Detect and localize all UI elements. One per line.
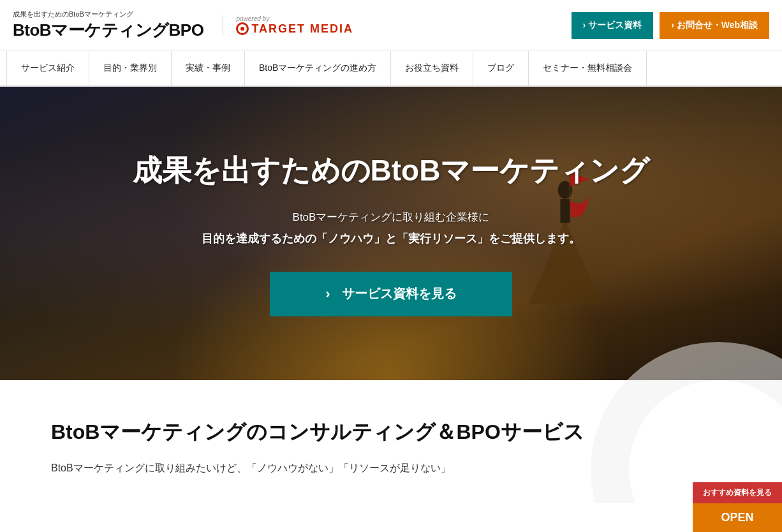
float-button[interactable]: おすすめ資料を見る OPEN (693, 482, 782, 503)
section-body: BtoBマーケティングに取り組みたいけど、「ノウハウがない」「リソースが足りない… (51, 459, 731, 478)
cta-label: サービス資料を見る (342, 285, 457, 302)
nav-item-seminar[interactable]: セミナー・無料相談会 (529, 51, 647, 85)
section-title: BtoBマーケティングのコンサルティング＆BPOサービス (51, 418, 731, 447)
nav-item-results[interactable]: 実績・事例 (172, 51, 245, 85)
hero-sub2: 目的を達成するための「ノウハウ」と「実行リソース」をご提供します。 (133, 231, 650, 246)
header: 成果を出すためのBtoBマーケティング BtoBマーケティングBPO power… (0, 0, 782, 51)
powered-label: powered by (236, 15, 269, 22)
main-nav: サービス紹介 目的・業界別 実績・事例 BtoBマーケティングの進め方 お役立ち… (0, 51, 782, 87)
hero-cta-button[interactable]: › サービス資料を見る (270, 272, 512, 316)
target-media-name: TARGET MEDIA (251, 22, 353, 36)
hero-title: 成果を出すためのBtoBマーケティング (133, 151, 650, 191)
nav-item-blog[interactable]: ブログ (473, 51, 529, 85)
nav-item-how[interactable]: BtoBマーケティングの進め方 (245, 51, 391, 85)
nav-item-resources[interactable]: お役立ち資料 (391, 51, 473, 85)
hero-content: 成果を出すためのBtoBマーケティング BtoBマーケティングに取り組む企業様に… (133, 151, 650, 316)
site-logo: 成果を出すためのBtoBマーケティング BtoBマーケティングBPO (13, 10, 203, 41)
header-buttons: サービス資料 お問合せ・Web相談 (572, 12, 769, 39)
below-hero-section: BtoBマーケティングのコンサルティング＆BPOサービス BtoBマーケティング… (0, 380, 782, 503)
powered-by: powered by TARGET MEDIA (223, 15, 353, 36)
float-button-top-label[interactable]: おすすめ資料を見る (693, 482, 782, 503)
logo-subtitle: 成果を出すためのBtoBマーケティング (13, 10, 203, 19)
target-media-icon (236, 22, 249, 35)
service-doc-button[interactable]: サービス資料 (572, 12, 654, 39)
contact-button[interactable]: お問合せ・Web相談 (660, 12, 769, 39)
nav-item-purpose[interactable]: 目的・業界別 (89, 51, 172, 85)
target-media-logo: TARGET MEDIA (236, 22, 353, 36)
cta-arrow-icon: › (325, 286, 330, 302)
hero-sub1: BtoBマーケティングに取り組む企業様に (133, 210, 650, 225)
nav-item-service[interactable]: サービス紹介 (6, 51, 89, 85)
hero-section: 成果を出すためのBtoBマーケティング BtoBマーケティングに取り組む企業様に… (0, 87, 782, 380)
logo-title: BtoBマーケティングBPO (13, 19, 203, 41)
